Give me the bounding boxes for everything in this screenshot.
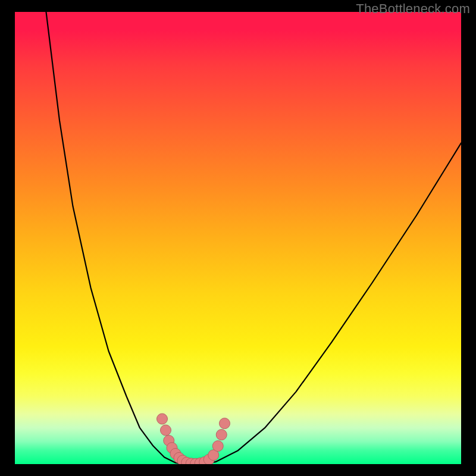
data-marker <box>216 430 227 440</box>
data-marker <box>161 425 171 436</box>
series-right-curve <box>202 143 461 464</box>
chart-overlay <box>15 12 461 464</box>
data-marker <box>157 414 168 424</box>
watermark-text: TheBottleneck.com <box>356 1 470 17</box>
series-left-curve <box>46 12 185 464</box>
chart-frame: TheBottleneck.com <box>0 0 476 476</box>
curves-group <box>46 12 462 464</box>
markers-group <box>157 414 230 464</box>
plot-area <box>15 12 461 464</box>
data-marker <box>212 441 223 452</box>
data-marker <box>220 418 230 429</box>
